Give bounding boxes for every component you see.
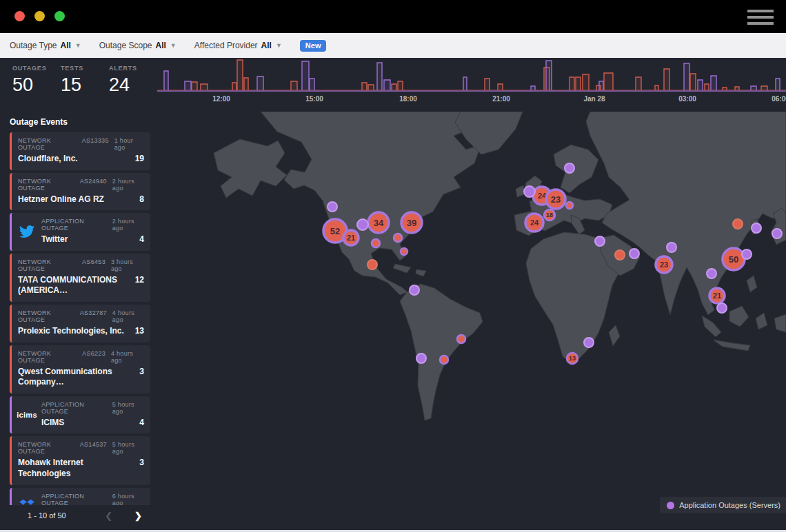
network-outage-marker[interactable] bbox=[733, 219, 743, 229]
world-outage-map[interactable]: 522134392423182423502113 Application Out… bbox=[157, 112, 786, 530]
network-outage-marker[interactable] bbox=[394, 234, 402, 242]
prev-page-button[interactable]: ❮ bbox=[105, 511, 112, 521]
provider-name: TATA COMMUNICATIONS (AMERICA… bbox=[18, 275, 130, 296]
time-ago-label: 2 hours ago bbox=[112, 178, 144, 192]
world-landmass bbox=[214, 112, 786, 420]
application-outage-marker[interactable] bbox=[742, 249, 752, 259]
next-page-button[interactable]: ❯ bbox=[134, 511, 142, 521]
outage-events-list: NETWORK OUTAGEAS133351 hour agoCloudflar… bbox=[0, 132, 157, 505]
filter-value: All bbox=[156, 41, 166, 50]
network-outage-marker[interactable] bbox=[615, 250, 625, 260]
outage-event-card[interactable]: APPLICATION OUTAGE2 hours agoTwitter4 bbox=[10, 213, 150, 251]
network-outage-marker[interactable]: 18 bbox=[544, 209, 555, 221]
app-window: Outage Type All ▼ Outage Scope All ▼ Aff… bbox=[0, 0, 786, 532]
svg-text:18:00: 18:00 bbox=[399, 95, 417, 103]
outage-timeline-chart[interactable]: 12:0015:0018:0021:00Jan 2803:0006:00 bbox=[157, 58, 786, 112]
outage-scope-filter[interactable]: Outage Scope All ▼ bbox=[99, 41, 177, 50]
asn-label: AS32787 bbox=[80, 309, 107, 316]
stat-value: 24 bbox=[109, 74, 146, 96]
outage-event-card[interactable]: icimsAPPLICATION OUTAGE5 hours agoICIMS4 bbox=[10, 396, 150, 434]
network-outage-marker[interactable]: 23 bbox=[546, 190, 565, 209]
asn-label: AS6223 bbox=[82, 350, 105, 357]
application-outage-marker[interactable] bbox=[416, 354, 426, 363]
filter-bar: Outage Type All ▼ Outage Scope All ▼ Aff… bbox=[0, 33, 786, 58]
outage-event-card[interactable]: NETWORK OUTAGEAS327874 hours agoProlexic… bbox=[10, 305, 150, 342]
filter-label: Outage Scope bbox=[99, 41, 152, 50]
network-outage-marker[interactable]: 13 bbox=[567, 353, 578, 364]
twitter-icon bbox=[18, 218, 36, 245]
outage-type-filter[interactable]: Outage Type All ▼ bbox=[10, 41, 81, 50]
time-ago-label: 5 hours ago bbox=[112, 401, 144, 415]
filter-label: Outage Type bbox=[10, 41, 57, 50]
network-outage-marker[interactable]: 23 bbox=[656, 256, 672, 273]
outage-event-card[interactable]: NETWORK OUTAGEAS64533 hours agoTATA COMM… bbox=[10, 254, 150, 302]
network-outage-marker[interactable] bbox=[372, 239, 380, 247]
network-outage-marker[interactable]: 39 bbox=[401, 212, 422, 233]
outage-event-card[interactable]: APPLICATION OUTAGE6 hours agoDropbox17 bbox=[10, 488, 150, 505]
application-outage-marker[interactable] bbox=[629, 249, 639, 258]
network-outage-marker[interactable]: 34 bbox=[368, 212, 389, 233]
network-outage-marker[interactable]: 50 bbox=[723, 248, 745, 270]
svg-text:03:00: 03:00 bbox=[678, 95, 696, 103]
close-window-button[interactable] bbox=[14, 11, 25, 21]
time-ago-label: 6 hours ago bbox=[112, 493, 144, 505]
event-count: 4 bbox=[139, 234, 144, 244]
chevron-down-icon: ▼ bbox=[170, 42, 177, 49]
window-titlebar bbox=[0, 0, 786, 33]
outage-event-card[interactable]: NETWORK OUTAGEAS145375 hours agoMohawk I… bbox=[10, 436, 150, 484]
outage-event-card[interactable]: NETWORK OUTAGEAS249402 hours agoHetzner … bbox=[10, 173, 150, 211]
outage-type-label: NETWORK OUTAGE bbox=[18, 350, 77, 364]
stat-value: 50 bbox=[12, 74, 50, 96]
network-outage-marker[interactable]: 24 bbox=[525, 214, 543, 232]
network-outage-marker[interactable] bbox=[367, 260, 377, 269]
network-outage-marker[interactable]: 21 bbox=[709, 288, 725, 303]
stats-panel: OUTAGES 50 TESTS 15 ALERTS 24 bbox=[0, 58, 157, 112]
svg-text:12:00: 12:00 bbox=[212, 95, 230, 103]
pagination: 1 - 10 of 50 ❮ ❯ bbox=[0, 505, 157, 530]
dropbox-icon bbox=[18, 493, 36, 505]
application-outage-marker[interactable] bbox=[565, 163, 574, 173]
outage-type-label: NETWORK OUTAGE bbox=[18, 178, 74, 192]
application-outage-marker[interactable] bbox=[410, 285, 419, 295]
network-outage-marker[interactable] bbox=[440, 356, 448, 364]
event-count: 3 bbox=[139, 458, 144, 467]
asn-label: AS24940 bbox=[80, 178, 107, 185]
sidebar-title: Outage Events bbox=[0, 116, 157, 132]
application-outage-marker[interactable] bbox=[667, 243, 676, 252]
zoom-window-button[interactable] bbox=[54, 11, 65, 21]
application-outage-marker[interactable] bbox=[524, 186, 535, 197]
application-outage-marker[interactable] bbox=[584, 338, 594, 347]
network-outage-marker[interactable] bbox=[566, 202, 573, 209]
outage-event-card[interactable]: NETWORK OUTAGEAS62234 hours agoQwest Com… bbox=[10, 345, 150, 393]
application-outage-marker[interactable] bbox=[772, 229, 782, 238]
svg-text:18: 18 bbox=[546, 212, 553, 218]
provider-name: ICIMS bbox=[41, 418, 134, 429]
network-outage-marker[interactable]: 21 bbox=[343, 230, 359, 245]
time-ago-label: 4 hours ago bbox=[111, 350, 144, 364]
event-count: 12 bbox=[135, 275, 144, 285]
time-ago-label: 2 hours ago bbox=[112, 218, 144, 232]
application-outage-marker[interactable] bbox=[752, 223, 761, 233]
outage-type-label: APPLICATION OUTAGE bbox=[41, 401, 107, 415]
time-ago-label: 5 hours ago bbox=[112, 441, 144, 455]
outage-event-card[interactable]: NETWORK OUTAGEAS133351 hour agoCloudflar… bbox=[10, 132, 150, 170]
hamburger-menu-icon[interactable] bbox=[747, 10, 774, 28]
application-outage-marker[interactable] bbox=[357, 219, 368, 230]
outage-type-label: APPLICATION OUTAGE bbox=[41, 493, 107, 505]
provider-name: Mohawk Internet Technologies bbox=[18, 458, 134, 479]
provider-name: Cloudflare, Inc. bbox=[18, 154, 130, 165]
network-outage-marker[interactable] bbox=[457, 335, 465, 343]
svg-text:06:00: 06:00 bbox=[772, 95, 786, 103]
minimize-window-button[interactable] bbox=[34, 11, 45, 21]
stat-label: ALERTS bbox=[109, 65, 146, 72]
event-count: 13 bbox=[135, 326, 144, 336]
application-outage-marker[interactable] bbox=[707, 269, 716, 278]
network-outage-marker[interactable] bbox=[401, 248, 407, 255]
summary-strip: OUTAGES 50 TESTS 15 ALERTS 24 12:0015:00… bbox=[0, 58, 786, 112]
svg-text:21: 21 bbox=[713, 291, 721, 300]
application-outage-marker[interactable] bbox=[328, 202, 337, 212]
affected-provider-filter[interactable]: Affected Provider All ▼ bbox=[194, 41, 282, 50]
application-outage-marker[interactable] bbox=[717, 303, 727, 313]
stat-label: OUTAGES bbox=[12, 65, 50, 72]
application-outage-marker[interactable] bbox=[595, 236, 605, 246]
